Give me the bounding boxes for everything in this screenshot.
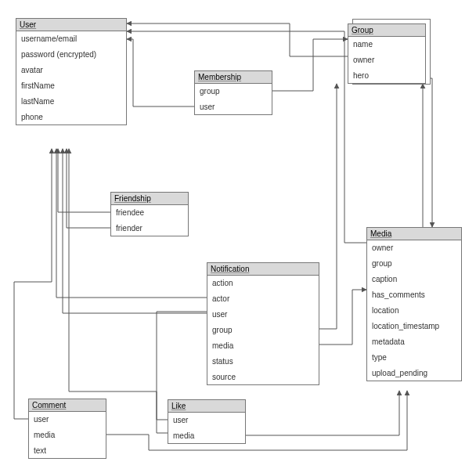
- entity-field: friendee: [111, 205, 188, 220]
- entity-field: user: [168, 413, 245, 428]
- entity-fields: action actor user group media status sou…: [207, 276, 319, 384]
- entity-title: Media: [367, 228, 461, 240]
- entity-field: metadata: [367, 334, 461, 349]
- entity-fields: username/email password (encrypted) avat…: [16, 31, 126, 124]
- entity-title: Like: [168, 400, 245, 413]
- entity-field: status: [207, 353, 319, 369]
- entity-field: user: [195, 99, 272, 114]
- entity-field: firstName: [16, 78, 126, 93]
- entity-title: Comment: [29, 399, 106, 412]
- like-entity[interactable]: Like user media: [168, 399, 246, 444]
- entity-field: caption: [367, 271, 461, 287]
- entity-field: actor: [207, 290, 319, 306]
- entity-fields: name owner hero: [348, 37, 425, 83]
- entity-field: user: [207, 306, 319, 322]
- entity-field: media: [207, 337, 319, 353]
- entity-field: name: [348, 37, 425, 52]
- notification-entity[interactable]: Notification action actor user group med…: [207, 262, 319, 385]
- entity-fields: friendee friender: [111, 205, 188, 236]
- friendship-entity[interactable]: Friendship friendee friender: [110, 192, 189, 236]
- user-entity[interactable]: User username/email password (encrypted)…: [16, 18, 127, 125]
- entity-fields: user media text: [29, 412, 106, 458]
- entity-title: Notification: [207, 263, 319, 276]
- entity-field: username/email: [16, 31, 126, 46]
- media-entity[interactable]: Media owner group caption has_comments l…: [366, 227, 462, 381]
- entity-field: action: [207, 276, 319, 290]
- entity-field: owner: [348, 52, 425, 67]
- entity-title: Group: [348, 24, 425, 37]
- entity-field: group: [207, 322, 319, 337]
- entity-title: Friendship: [111, 193, 188, 205]
- entity-field: type: [367, 349, 461, 365]
- entity-field: hero: [348, 67, 425, 83]
- entity-field: has_comments: [367, 287, 461, 302]
- entity-fields: user media: [168, 413, 245, 443]
- entity-field: upload_pending: [367, 365, 461, 381]
- entity-fields: group user: [195, 84, 272, 114]
- entity-field: lastName: [16, 93, 126, 109]
- entity-field: avatar: [16, 62, 126, 78]
- entity-field: group: [367, 255, 461, 271]
- group-entity[interactable]: Group name owner hero: [348, 23, 426, 84]
- comment-entity[interactable]: Comment user media text: [28, 399, 106, 459]
- entity-field: location: [367, 302, 461, 318]
- entity-field: owner: [367, 240, 461, 255]
- entity-field: media: [168, 428, 245, 443]
- entity-fields: owner group caption has_comments locatio…: [367, 240, 461, 381]
- entity-field: source: [207, 369, 319, 384]
- entity-field: phone: [16, 109, 126, 124]
- membership-entity[interactable]: Membership group user: [194, 70, 272, 115]
- entity-title: User: [16, 19, 126, 31]
- entity-field: group: [195, 84, 272, 99]
- entity-field: text: [29, 442, 106, 458]
- entity-field: password (encrypted): [16, 46, 126, 62]
- entity-field: friender: [111, 220, 188, 236]
- entity-field: user: [29, 412, 106, 427]
- entity-field: location_timestamp: [367, 318, 461, 334]
- entity-field: media: [29, 427, 106, 442]
- entity-title: Membership: [195, 71, 272, 84]
